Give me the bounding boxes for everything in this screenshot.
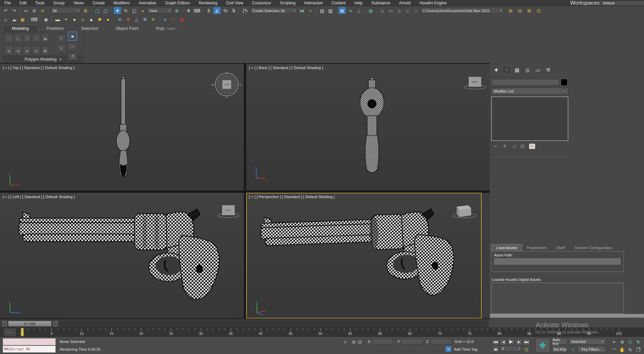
display-tab[interactable]: ▭	[533, 66, 542, 74]
render-setup[interactable]: ♨	[379, 7, 386, 14]
auto-key-button[interactable]: Auto Key	[552, 338, 568, 345]
viewport-left-label[interactable]: [ + ] [ Left ] [ Standard ] [ Default Sh…	[3, 195, 75, 199]
viewcube-left-face-label[interactable]: LEFT	[225, 209, 231, 212]
menu-interactive[interactable]: Interactive	[300, 1, 327, 5]
menu-create[interactable]: Create	[88, 1, 109, 5]
viewport-top[interactable]: [ + ] [ Top ] [ Standard ] [ Default Sha…	[0, 64, 244, 190]
houdini-tab-load-assets[interactable]: Load Assets	[491, 244, 522, 251]
go-to-start[interactable]: |◀◀	[492, 339, 499, 345]
menu-scripting[interactable]: Scripting	[275, 1, 300, 5]
redo[interactable]: ↷	[10, 7, 18, 14]
light-lister[interactable]: ⌨	[31, 16, 38, 23]
material-editor[interactable]: ◍	[367, 7, 374, 14]
configure-modifier-sets[interactable]: ✎	[529, 143, 535, 149]
window-crossing-toggle[interactable]: ◫	[102, 7, 109, 14]
utilities-tab[interactable]: ⚒	[544, 66, 553, 74]
poly-tool-1[interactable]: ⬙	[5, 46, 13, 55]
sun-light[interactable]: ✹	[96, 16, 103, 23]
compass-s[interactable]: S	[226, 95, 228, 99]
compass-e[interactable]: E	[239, 83, 241, 86]
key-filter-icon[interactable]: ⌥	[569, 346, 576, 353]
menu-help[interactable]: Help	[350, 1, 367, 5]
maximize-viewport-toggle[interactable]: ❐	[635, 346, 642, 353]
scene-script-save[interactable]: ⊟	[516, 7, 524, 14]
vertex-mode[interactable]: ∴	[5, 34, 13, 43]
color-dots-object[interactable]: ∷	[170, 16, 177, 23]
bind-to-space-warp[interactable]: ≋	[39, 7, 46, 14]
viewport-perspective-label[interactable]: [ + ] [ Perspective ] [ Standard ] [ Def…	[249, 195, 335, 199]
ribbon-toggle[interactable]: ⊞	[338, 7, 346, 14]
rendered-frame-window[interactable]: ▭	[387, 7, 394, 14]
mini-curve-editor-button[interactable]: ∷ ∿	[4, 329, 16, 336]
isolate-selection-toggle[interactable]: ⌗	[341, 338, 349, 345]
viewport-back-label[interactable]: [ + ] [ Back ] [ Standard ] [ Default Sh…	[249, 66, 323, 70]
select-and-move[interactable]: ✛	[114, 7, 121, 14]
y-coordinate-input[interactable]	[402, 339, 423, 344]
menu-file[interactable]: File	[0, 1, 15, 5]
select-and-manipulate[interactable]: ✜	[185, 7, 192, 14]
scene-script-new[interactable]: ⊞	[507, 7, 514, 14]
snowflake-system[interactable]: ❋	[141, 16, 149, 23]
track-bar[interactable]: ∷ ∿ 051015202530354045505560657075808590…	[0, 328, 644, 337]
set-key-button[interactable]: Set Key	[552, 346, 568, 352]
align[interactable]: ≡	[307, 7, 314, 14]
menu-customize[interactable]: Customize	[248, 1, 276, 5]
scene-explorer-toggle[interactable]: ▤	[318, 7, 326, 14]
modifier-stack-box[interactable]	[491, 97, 568, 141]
add-time-tag-icon[interactable]: ◷	[445, 346, 451, 352]
percent-snap-toggle[interactable]: %	[222, 7, 229, 14]
object-name-field[interactable]	[491, 79, 559, 85]
viewcube-left[interactable]: LEFT	[216, 202, 240, 222]
ribbon-tab-selection[interactable]: Selection	[72, 25, 107, 32]
pin-stack[interactable]: ⊸	[492, 143, 498, 149]
viewport-left[interactable]: [ + ] [ Left ] [ Standard ] [ Default Sh…	[0, 193, 244, 318]
sphere-light[interactable]: ●	[71, 16, 78, 23]
menu-arnold[interactable]: Arnold	[395, 1, 415, 5]
border-mode[interactable]: ⊃	[23, 34, 31, 43]
time-slider-handle[interactable]: 0 / 100	[8, 321, 52, 327]
particle-spheres[interactable]: ❖	[124, 16, 132, 23]
remove-modifier[interactable]: ⌧	[519, 143, 526, 149]
image-frame[interactable]: ▣	[19, 16, 26, 23]
houdini-tab-session-configuration[interactable]: Session Configuration	[570, 244, 617, 251]
z-coordinate-input[interactable]	[431, 339, 451, 344]
key-filters-button[interactable]: Key Filters...	[578, 346, 606, 352]
select-and-scale[interactable]: ◱	[130, 7, 138, 14]
spinner-snap-toggle[interactable]: ⇅	[230, 7, 237, 14]
go-to-end[interactable]: ▶▶|	[523, 339, 530, 345]
houdini-tab-parameters[interactable]: Parameters	[522, 244, 551, 251]
panel-scrollbar[interactable]	[490, 314, 644, 318]
revolver-model-back-view[interactable]	[358, 72, 386, 183]
named-selection-dropdown[interactable]: Create Selection Se ▾	[250, 7, 297, 14]
preview-toggle[interactable]: ⚗	[68, 52, 77, 60]
make-unique[interactable]: ❏	[511, 143, 518, 149]
pan-view[interactable]: ✋	[619, 346, 626, 353]
viewport-top-label[interactable]: [ + ] [ Top ] [ Standard ] [ Default Sha…	[3, 66, 74, 70]
motion-tab[interactable]: ◎	[523, 66, 532, 74]
menu-content[interactable]: Content	[327, 1, 350, 5]
maxscript-listener-line[interactable]: MAXScript Mi	[3, 346, 56, 353]
loaded-assets-box[interactable]	[491, 283, 624, 314]
viewport-perspective[interactable]: [ + ] [ Perspective ] [ Standard ] [ Def…	[246, 193, 482, 318]
ribbon-overflow-button[interactable]: ▱▾	[165, 26, 177, 31]
move-up-stack[interactable]: ⇞	[56, 34, 66, 42]
viewcube-top-face-label[interactable]: TOP	[224, 83, 229, 86]
use-pivot-point-center[interactable]: ⊕	[173, 7, 180, 14]
reference-coordinate-dropdown[interactable]: View ▾	[147, 7, 172, 14]
render-presets[interactable]: ∷	[412, 7, 420, 14]
select-by-name[interactable]: ≣	[82, 7, 89, 14]
houdini-tab-shelf[interactable]: Shelf	[551, 244, 570, 251]
blue-sphere-object[interactable]: ●	[161, 16, 169, 23]
object-color-swatch[interactable]	[561, 79, 568, 86]
menu-group[interactable]: Group	[49, 1, 69, 5]
previous-frame-arrow[interactable]: <	[2, 320, 7, 327]
viewport-back[interactable]: [ + ] [ Back ] [ Standard ] [ Default Sh…	[246, 64, 490, 190]
field-of-view[interactable]: ◠	[610, 346, 618, 353]
modify-tab[interactable]: ◔	[502, 66, 511, 74]
zoom-extents[interactable]: ⊡	[627, 338, 634, 345]
menu-views[interactable]: Views	[69, 1, 88, 5]
red-volume-object[interactable]: ◼	[178, 16, 185, 23]
select-and-link[interactable]: ∾	[22, 7, 30, 14]
menu-animation[interactable]: Animation	[134, 1, 161, 5]
menu-tools[interactable]: Tools	[31, 1, 49, 5]
